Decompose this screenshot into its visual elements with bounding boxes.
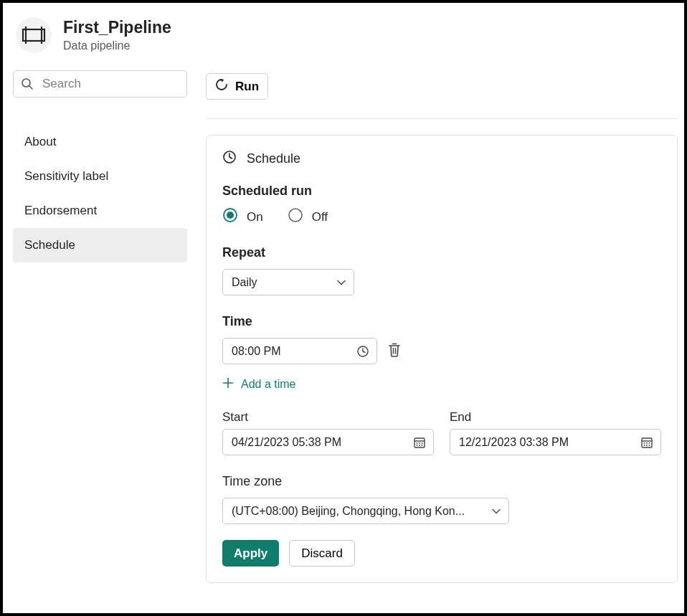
svg-point-22	[422, 445, 423, 446]
radio-selected-icon	[222, 207, 238, 227]
time-input[interactable]: 08:00 PM	[222, 338, 377, 364]
schedule-panel: Schedule Scheduled run On	[206, 135, 678, 583]
end-value: 12/21/2023 03:38 PM	[459, 436, 569, 449]
page-header: First_Pipeline Data pipeline	[3, 3, 684, 62]
repeat-select[interactable]: Daily	[222, 269, 354, 295]
trash-icon	[387, 342, 402, 361]
scheduled-run-radio-off[interactable]: Off	[288, 207, 328, 227]
run-button-label: Run	[235, 80, 259, 94]
time-row: 08:00 PM	[222, 338, 661, 364]
end-datetime-input[interactable]: 12/21/2023 03:38 PM	[450, 429, 661, 455]
end-label: End	[450, 410, 661, 425]
svg-line-4	[29, 86, 32, 89]
svg-point-28	[644, 445, 645, 446]
svg-point-30	[649, 445, 650, 446]
svg-point-20	[417, 445, 418, 446]
pipeline-icon	[16, 17, 52, 53]
calendar-icon[interactable]	[640, 436, 653, 449]
timezone-label: Time zone	[222, 474, 661, 489]
svg-point-19	[422, 442, 423, 444]
header-text-block: First_Pipeline Data pipeline	[63, 18, 171, 52]
sidebar: About Sensitivity label Endorsement Sche…	[3, 62, 191, 583]
clock-small-icon[interactable]	[356, 345, 369, 358]
svg-point-25	[644, 442, 645, 444]
scheduled-run-radio-group: On Off	[222, 207, 661, 227]
svg-point-27	[649, 442, 650, 444]
timezone-select[interactable]: (UTC+08:00) Beijing, Chongqing, Hong Kon…	[222, 498, 509, 524]
time-label: Time	[222, 314, 661, 329]
run-button[interactable]: Run	[206, 73, 268, 100]
main-area: Run Schedule Scheduled run	[191, 62, 687, 583]
svg-point-18	[419, 442, 420, 444]
sidebar-item-sensitivity-label[interactable]: Sensitivity label	[13, 159, 187, 194]
apply-button[interactable]: Apply	[222, 540, 279, 567]
refresh-icon	[215, 78, 228, 95]
search-icon	[21, 77, 34, 90]
sidebar-item-schedule[interactable]: Schedule	[13, 228, 187, 262]
scheduled-run-label: Scheduled run	[222, 184, 661, 199]
repeat-value: Daily	[232, 276, 257, 289]
radio-on-label: On	[247, 210, 263, 224]
clock-icon	[222, 150, 237, 168]
timezone-value: (UTC+08:00) Beijing, Chongqing, Hong Kon…	[232, 505, 465, 518]
radio-empty-icon	[288, 207, 303, 227]
time-value: 08:00 PM	[232, 345, 280, 358]
discard-button[interactable]: Discard	[289, 540, 355, 567]
add-time-button[interactable]: Add a time	[222, 377, 295, 392]
svg-point-17	[417, 442, 418, 444]
page-subtitle: Data pipeline	[63, 39, 171, 52]
svg-point-29	[646, 445, 648, 446]
end-column: End 12/21/2023 03:38 PM	[450, 410, 661, 455]
page-title: First_Pipeline	[63, 18, 171, 38]
svg-point-26	[646, 442, 648, 444]
start-datetime-input[interactable]: 04/21/2023 05:38 PM	[222, 429, 434, 455]
start-column: Start 04/21/2023 05:38 PM	[222, 410, 434, 455]
sidebar-item-endorsement[interactable]: Endorsement	[13, 194, 187, 228]
svg-point-21	[419, 445, 420, 446]
add-time-label: Add a time	[241, 378, 295, 391]
search-wrap	[13, 70, 189, 98]
panel-header: Schedule	[222, 150, 661, 168]
svg-point-8	[227, 212, 234, 219]
chevron-down-icon	[336, 278, 346, 288]
radio-off-label: Off	[312, 210, 328, 224]
search-input[interactable]	[13, 70, 187, 98]
repeat-label: Repeat	[222, 245, 661, 260]
start-value: 04/21/2023 05:38 PM	[232, 436, 341, 449]
panel-actions: Apply Discard	[222, 540, 661, 567]
calendar-icon[interactable]	[413, 436, 426, 449]
panel-title: Schedule	[247, 151, 300, 166]
scheduled-run-radio-on[interactable]: On	[222, 207, 263, 227]
date-range-row: Start 04/21/2023 05:38 PM	[222, 410, 661, 455]
chevron-down-icon	[491, 506, 501, 516]
delete-time-button[interactable]	[387, 342, 402, 361]
plus-icon	[222, 377, 234, 392]
start-label: Start	[222, 410, 434, 425]
divider	[206, 118, 678, 119]
svg-marker-5	[221, 79, 224, 82]
svg-point-9	[289, 209, 302, 222]
sidebar-item-about[interactable]: About	[13, 125, 187, 159]
